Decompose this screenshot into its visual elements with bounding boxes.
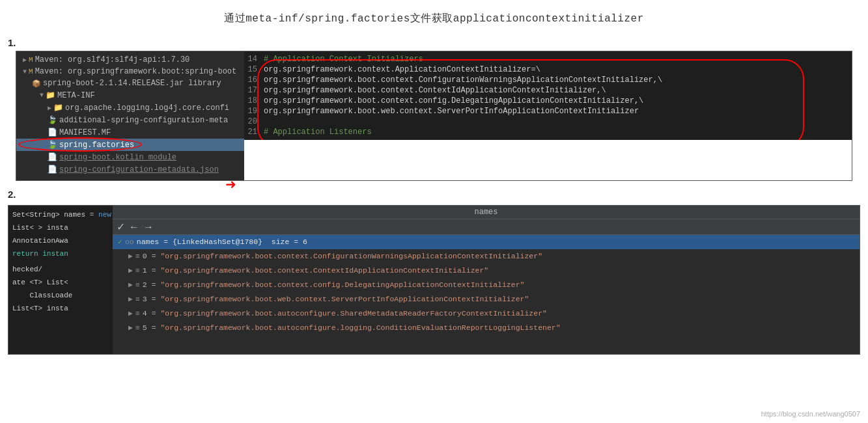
expand-icon: ▶ xyxy=(128,293,133,305)
line-content: # Application Listeners xyxy=(264,128,852,137)
item-text: 5 = "org.springframework.boot.autoconfig… xyxy=(143,322,561,334)
line-content: org.springframework.context.ApplicationC… xyxy=(264,65,852,74)
expand-icon: ▶ xyxy=(128,265,133,277)
type-icon: ≡ xyxy=(135,265,140,277)
section1-container: ▶ M Maven: org.slf4j:slf4j-api:1.7.30 ▼ … xyxy=(16,51,852,181)
code-line: List< > insta xyxy=(8,221,113,234)
file-icon: 📄 xyxy=(48,152,57,162)
file-tree-item[interactable]: ▶ 📁 org.apache.logging.log4j.core.confi xyxy=(16,102,244,114)
debug-right-btn[interactable]: → xyxy=(143,221,154,233)
line-content: # Application Context Initializers xyxy=(264,55,852,64)
expand-icon: ▼ xyxy=(40,92,44,99)
code-line: Set<String> names = new LinkedHashSet<>(… xyxy=(8,208,113,221)
section2-label: 2. xyxy=(8,189,868,200)
expand-icon: ▶ xyxy=(128,251,133,262)
debug-list-item[interactable]: ▶ ≡ 3 = "org.springframework.boot.web.co… xyxy=(113,292,860,307)
debug-header: names xyxy=(113,206,860,219)
code-line: 16 org.springframework.boot.context.Conf… xyxy=(244,75,852,85)
code-line: 20 xyxy=(244,116,852,127)
expand-icon: ▼ xyxy=(23,68,27,75)
code-line: List<T> insta xyxy=(8,302,113,315)
debug-toolbar: ✓ ← → xyxy=(113,219,860,235)
item-text: 1 = "org.springframework.boot.context.Co… xyxy=(143,265,488,277)
type-icon: oo xyxy=(125,236,134,248)
file-tree-label: spring-boot.kotlin_module xyxy=(59,153,176,162)
file-tree-label: additional-spring-configuration-meta xyxy=(59,116,228,125)
expand-icon: ▶ xyxy=(128,322,133,334)
line-number: 14 xyxy=(244,55,264,64)
debug-list-item[interactable]: ✓ oo names = {LinkedHashSet@1780} size =… xyxy=(113,235,860,249)
section1-label: 1. xyxy=(8,37,868,48)
line-number: 15 xyxy=(244,65,264,74)
file-tree-item[interactable]: 📦 spring-boot-2.1.14.RELEASE.jar library xyxy=(16,77,244,89)
type-icon: ≡ xyxy=(135,322,140,334)
expand-icon: ▶ xyxy=(128,279,133,291)
code-area-wrapper: 14 # Application Context Initializers 15… xyxy=(244,51,852,180)
line-number: 17 xyxy=(244,86,264,95)
file-tree: ▶ M Maven: org.slf4j:slf4j-api:1.7.30 ▼ … xyxy=(16,51,244,180)
file-tree-label: MANIFEST.MF xyxy=(59,128,111,137)
maven-icon: M xyxy=(29,68,33,75)
file-tree-label: spring-configuration-metadata.json xyxy=(59,165,219,174)
code-line: AnnotationAwa xyxy=(8,234,113,247)
spring-icon: 🍃 xyxy=(48,140,57,150)
item-text: 2 = "org.springframework.boot.context.co… xyxy=(143,279,525,291)
file-icon: 📄 xyxy=(48,165,57,174)
file-tree-item[interactable]: 📄 spring-configuration-metadata.json xyxy=(16,163,244,176)
section2-container: Set<String> names = new LinkedHashSet<>(… xyxy=(8,205,860,355)
code-line: 15 org.springframework.context.Applicati… xyxy=(244,64,852,75)
debug-panel: names ✓ ← → ✓ oo names = {LinkedHashSet@… xyxy=(113,206,860,354)
spring-factories-label: spring.factories xyxy=(59,141,134,150)
expand-icon: ✓ xyxy=(118,236,122,248)
line-content: org.springframework.boot.web.context.Ser… xyxy=(264,107,852,116)
watermark: https://blog.csdn.net/wang0507 xyxy=(761,410,860,418)
file-tree-item[interactable]: ▶ M Maven: org.slf4j:slf4j-api:1.7.30 xyxy=(16,54,244,66)
type-icon: ≡ xyxy=(135,279,140,291)
line-number: 18 xyxy=(244,96,264,105)
file-tree-label: org.apache.logging.log4j.core.confi xyxy=(65,103,229,113)
code-line: 19 org.springframework.boot.web.context.… xyxy=(244,106,852,116)
code-line: 17 org.springframework.boot.context.Cont… xyxy=(244,85,852,96)
debug-list-item[interactable]: ▶ ≡ 1 = "org.springframework.boot.contex… xyxy=(113,264,860,278)
line-content xyxy=(264,117,852,126)
debug-back-btn[interactable]: ✓ xyxy=(117,221,125,233)
code-line: 18 org.springframework.boot.context.conf… xyxy=(244,96,852,106)
code-line: hecked/ xyxy=(8,263,113,276)
expand-icon: ▶ xyxy=(48,104,51,112)
file-tree-item[interactable]: 📄 MANIFEST.MF xyxy=(16,126,244,139)
line-number: 16 xyxy=(244,75,264,85)
line-content: org.springframework.boot.context.Configu… xyxy=(264,75,852,85)
item-text: names = {LinkedHashSet@1780} size = 6 xyxy=(137,236,307,248)
file-tree-item[interactable]: 🍃 additional-spring-configuration-meta xyxy=(16,114,244,126)
line-number: 20 xyxy=(244,117,264,126)
file-tree-item[interactable]: ▼ M Maven: org.springframework.boot:spri… xyxy=(16,66,244,77)
file-tree-item[interactable]: 📄 spring-boot.kotlin_module xyxy=(16,151,244,163)
line-number: 21 xyxy=(244,128,264,137)
code-area: 14 # Application Context Initializers 15… xyxy=(244,51,852,140)
maven-icon: M xyxy=(29,56,33,64)
file-tree-item[interactable]: ▼ 📁 META-INF xyxy=(16,89,244,102)
line-content: org.springframework.boot.context.config.… xyxy=(264,96,852,105)
code-line: 21 # Application Listeners xyxy=(244,127,852,137)
code-line: ClassLoade xyxy=(8,289,113,302)
jar-icon: 📦 xyxy=(32,79,41,88)
debug-list-item[interactable]: ▶ ≡ 4 = "org.springframework.boot.autoco… xyxy=(113,307,860,321)
debug-list-item[interactable]: ▶ ≡ 5 = "org.springframework.boot.autoco… xyxy=(113,321,860,335)
item-text: 0 = "org.springframework.boot.context.Co… xyxy=(143,251,542,262)
type-icon: ≡ xyxy=(135,308,140,320)
debug-left-btn[interactable]: ← xyxy=(129,221,139,233)
line-number: 19 xyxy=(244,107,264,116)
debug-list-item[interactable]: ▶ ≡ 2 = "org.springframework.boot.contex… xyxy=(113,278,860,292)
expand-icon: ▶ xyxy=(128,308,133,320)
debug-list: ✓ oo names = {LinkedHashSet@1780} size =… xyxy=(113,235,860,354)
file-tree-label: Maven: org.springframework.boot:spring-b… xyxy=(35,67,237,76)
expand-icon: ▶ xyxy=(23,56,27,64)
page-title: 通过meta-inf/spring.factories文件获取applicati… xyxy=(0,0,868,32)
code-line: 14 # Application Context Initializers xyxy=(244,54,852,64)
folder-icon: 📁 xyxy=(53,103,63,113)
type-icon: ≡ xyxy=(135,251,140,262)
file-icon: 📄 xyxy=(48,128,57,137)
item-text: 3 = "org.springframework.boot.web.contex… xyxy=(143,293,529,305)
file-tree-item-spring-factories[interactable]: 🍃 spring.factories xyxy=(16,139,244,151)
debug-list-item[interactable]: ▶ ≡ 0 = "org.springframework.boot.contex… xyxy=(113,249,860,264)
